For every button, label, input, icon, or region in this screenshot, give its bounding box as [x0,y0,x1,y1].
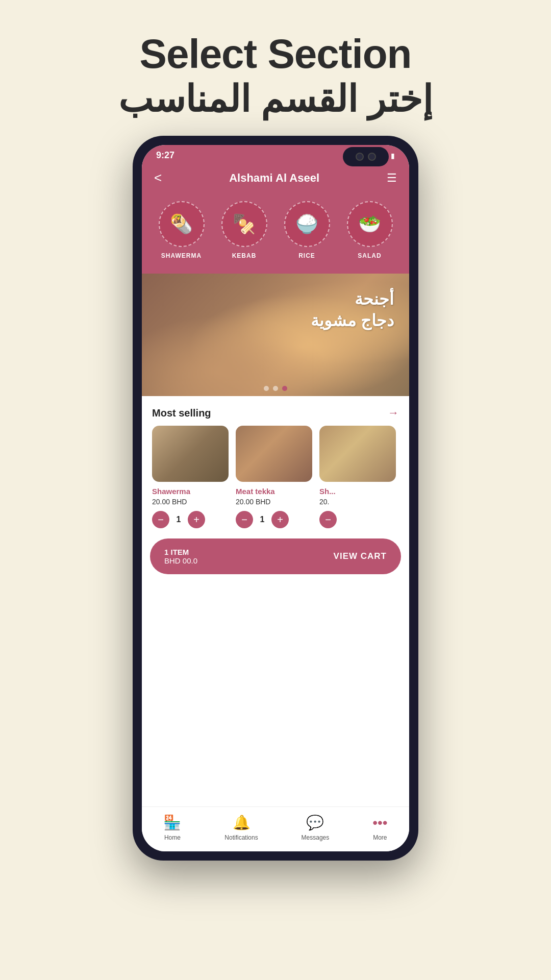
category-label-salad: SALAD [358,252,381,259]
camera-notch [343,147,389,166]
product-img-visual-shawerma [152,426,229,482]
section-title: Most selling [152,407,211,419]
product-name-third: Sh... [319,487,396,496]
banner-bg: أجنحة دجاج مشوية [142,274,409,396]
notifications-icon: 🔔 [233,814,251,831]
battery-icon: ▮ [391,152,395,160]
dot-3[interactable] [282,386,287,391]
app-title: Alshami Al Aseel [229,172,319,185]
category-circle-shawerma: 🌯 [159,201,205,247]
category-label-rice: RICE [298,252,315,259]
product-name-shawerma: Shawerma [152,487,229,496]
page-title-en: Select Section [118,31,433,78]
camera-dot-1 [356,153,364,161]
header-menu-icon[interactable]: ☰ [387,172,397,185]
banner-text: أجنحة دجاج مشوية [311,289,394,331]
nav-label-messages: Messages [302,834,330,841]
qty-plus-meat-tekka[interactable]: + [271,511,289,528]
cart-items-label: 1 ITEM [164,548,197,556]
product-card-meat-tekka: Meat tekka 20.00 BHD − 1 + [236,426,312,528]
qty-minus-third[interactable]: − [319,511,337,528]
product-price-third: 20. [319,498,396,506]
status-time: 9:27 [156,150,174,161]
product-price-shawerma: 20.00 BHD [152,498,229,506]
back-button[interactable]: < [154,170,162,186]
phone-screen: 9:27 ▌▌▌ ⇌ ▮ < Alshami Al Aseel ☰ 🌯 SHAW… [142,145,409,851]
banner-dots [264,386,287,391]
nav-item-home[interactable]: 🏪 Home [163,814,181,841]
dot-2[interactable] [273,386,278,391]
category-label-shawerma: SHAWERMA [161,252,202,259]
more-icon: ••• [372,815,387,831]
category-section: 🌯 SHAWERMA 🍢 KEBAB 🍚 RICE 🥗 SALAD [142,196,409,274]
cart-price-label: BHD 00.0 [164,556,197,565]
qty-minus-meat-tekka[interactable]: − [236,511,253,528]
quantity-control-meat-tekka: − 1 + [236,511,312,528]
product-card-third: Sh... 20. − [319,426,396,528]
category-circle-kebab: 🍢 [221,201,267,247]
phone-frame: 9:27 ▌▌▌ ⇌ ▮ < Alshami Al Aseel ☰ 🌯 SHAW… [133,136,418,861]
cart-bar[interactable]: 1 ITEM BHD 00.0 VIEW CART [150,538,401,574]
view-cart-button[interactable]: VIEW CART [334,551,387,561]
nav-label-home: Home [164,834,181,841]
products-row: Shawerma 20.00 BHD − 1 + Meat tekka 20.0… [142,426,409,528]
nav-item-messages[interactable]: 💬 Messages [302,814,330,841]
nav-item-more[interactable]: ••• More [372,815,387,841]
app-header: < Alshami Al Aseel ☰ [142,164,409,196]
nav-label-notifications: Notifications [224,834,258,841]
qty-plus-shawerma[interactable]: + [188,511,205,528]
section-arrow[interactable]: → [388,406,399,420]
section-header: Most selling → [142,396,409,426]
product-image-third [319,426,396,482]
cart-info: 1 ITEM BHD 00.0 [164,548,197,565]
qty-num-shawerma: 1 [173,515,184,524]
product-card-shawerma: Shawerma 20.00 BHD − 1 + [152,426,229,528]
category-salad[interactable]: 🥗 SALAD [347,201,393,259]
nav-label-more: More [373,834,387,841]
home-icon: 🏪 [163,814,181,831]
page-title-ar: إختر القسم المناسب [118,78,433,120]
product-name-meat-tekka: Meat tekka [236,487,312,496]
product-img-visual-third [319,426,396,482]
category-shawerma[interactable]: 🌯 SHAWERMA [159,201,205,259]
product-price-meat-tekka: 20.00 BHD [236,498,312,506]
product-image-meat-tekka [236,426,312,482]
messages-icon: 💬 [306,814,324,831]
qty-num-meat-tekka: 1 [257,515,267,524]
page-header: Select Section إختر القسم المناسب [118,0,433,136]
category-rice[interactable]: 🍚 RICE [284,201,330,259]
banner-section: أجنحة دجاج مشوية [142,274,409,396]
product-img-visual-meat [236,426,312,482]
category-label-kebab: KEBAB [232,252,257,259]
quantity-control-third: − [319,511,396,528]
category-circle-rice: 🍚 [284,201,330,247]
bottom-nav: 🏪 Home 🔔 Notifications 💬 Messages ••• Mo… [142,806,409,851]
category-kebab[interactable]: 🍢 KEBAB [221,201,267,259]
quantity-control-shawerma: − 1 + [152,511,229,528]
qty-minus-shawerma[interactable]: − [152,511,169,528]
product-image-shawerma [152,426,229,482]
nav-item-notifications[interactable]: 🔔 Notifications [224,814,258,841]
dot-1[interactable] [264,386,269,391]
category-circle-salad: 🥗 [347,201,393,247]
camera-dot-2 [368,153,376,161]
